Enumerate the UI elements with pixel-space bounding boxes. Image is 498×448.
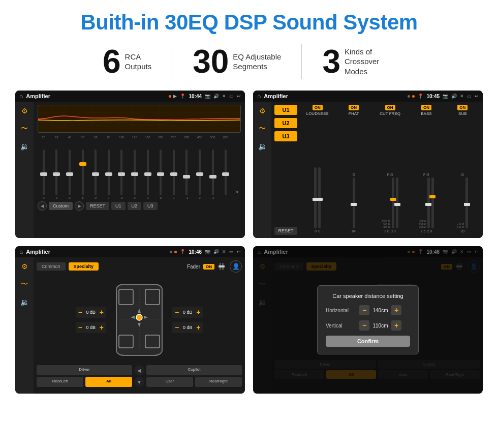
ch-phat-thumb[interactable] bbox=[351, 203, 357, 206]
vol-rl-plus[interactable]: + bbox=[100, 323, 104, 332]
fader-back-icon[interactable]: ↩ bbox=[237, 249, 241, 254]
fader-tune-icon[interactable]: ⚙ bbox=[21, 262, 28, 271]
eq-back-icon[interactable]: ↩ bbox=[237, 94, 241, 99]
ch-cutfreq-thumb-2[interactable] bbox=[394, 203, 400, 206]
eq-track-8[interactable] bbox=[134, 150, 136, 195]
ch-sub-on[interactable]: ON bbox=[457, 105, 468, 110]
eq-thumb-6[interactable] bbox=[105, 172, 112, 176]
eq-track-7[interactable] bbox=[120, 150, 122, 195]
eq-track-10[interactable] bbox=[160, 150, 162, 195]
eq-tune-icon[interactable]: ⚙ bbox=[21, 107, 28, 115]
crossover-u2-btn[interactable]: U2 bbox=[274, 118, 297, 128]
eq-reset-btn[interactable]: RESET bbox=[86, 202, 109, 210]
fader-vol-side-icon[interactable]: 🔉 bbox=[20, 298, 29, 306]
eq-u1-btn[interactable]: U1 bbox=[111, 202, 126, 210]
ch-bass-thumb-1[interactable] bbox=[425, 203, 431, 206]
vol-fl-minus[interactable]: − bbox=[78, 308, 82, 316]
eq-u2-btn[interactable]: U2 bbox=[128, 202, 142, 210]
eq-track-12[interactable] bbox=[185, 150, 188, 195]
ch-sub-track[interactable] bbox=[465, 177, 468, 228]
eq-track-3[interactable] bbox=[69, 150, 71, 195]
crossover-u3-btn[interactable]: U3 bbox=[274, 131, 297, 141]
eq-wave-icon[interactable]: 〜 bbox=[21, 124, 28, 133]
eq-thumb-1[interactable] bbox=[40, 172, 47, 176]
ch-bass-on[interactable]: ON bbox=[421, 105, 431, 110]
ch-cutfreq-thumb-1[interactable] bbox=[390, 198, 396, 201]
dialog-horizontal-plus[interactable]: + bbox=[391, 305, 401, 315]
fader-all-btn[interactable]: All bbox=[85, 377, 132, 387]
eq-thumb-12[interactable] bbox=[183, 175, 190, 178]
eq-track-11[interactable] bbox=[173, 150, 175, 195]
eq-next-btn[interactable]: ▶ bbox=[75, 201, 84, 211]
dialog-vertical-minus[interactable]: − bbox=[359, 320, 369, 331]
fader-home-icon[interactable]: ⌂ bbox=[19, 248, 23, 255]
vol-rl-minus[interactable]: − bbox=[78, 323, 82, 332]
vol-rr-plus[interactable]: + bbox=[196, 323, 200, 332]
eq-thumb-15[interactable] bbox=[222, 172, 229, 176]
eq-thumb-11[interactable] bbox=[170, 172, 177, 176]
vol-fl-plus[interactable]: + bbox=[100, 308, 104, 316]
eq-track-14[interactable] bbox=[212, 150, 214, 195]
eq-prev-btn[interactable]: ◀ bbox=[38, 201, 47, 211]
eq-thumb-4[interactable] bbox=[79, 162, 86, 166]
eq-thumb-3[interactable] bbox=[66, 172, 73, 176]
eq-thumb-10[interactable] bbox=[157, 172, 164, 176]
eq-thumb-2[interactable] bbox=[53, 172, 60, 176]
ch-bass-track-1[interactable] bbox=[427, 177, 430, 228]
eq-thumb-13[interactable] bbox=[196, 172, 203, 176]
eq-expand-btn[interactable]: » bbox=[233, 188, 241, 195]
fader-driver-btn[interactable]: Driver bbox=[37, 365, 132, 375]
fader-tab-specialty[interactable]: Specialty bbox=[69, 262, 99, 271]
vol-rr-minus[interactable]: − bbox=[175, 323, 179, 332]
fader-tab-common[interactable]: Common bbox=[37, 262, 66, 271]
dialog-confirm-btn[interactable]: Confirm bbox=[326, 336, 410, 347]
crossover-u1-btn[interactable]: U1 bbox=[274, 105, 297, 115]
fader-user-icon-btn[interactable]: 👤 bbox=[230, 260, 242, 273]
vol-fr-minus[interactable]: − bbox=[175, 308, 179, 316]
ch-phat-track[interactable] bbox=[353, 177, 355, 228]
eq-home-icon[interactable]: ⌂ bbox=[19, 93, 23, 100]
fader-wave-icon[interactable]: 〜 bbox=[21, 280, 28, 289]
eq-track-15[interactable] bbox=[225, 150, 227, 195]
eq-thumb-5[interactable] bbox=[92, 172, 99, 176]
stat-number-eq: 30 bbox=[193, 45, 229, 78]
fader-on-badge[interactable]: ON bbox=[203, 264, 214, 270]
ch-cutfreq-track-2[interactable] bbox=[396, 177, 398, 228]
eq-u3-btn[interactable]: U3 bbox=[143, 202, 158, 210]
ch-cutfreq-on[interactable]: ON bbox=[385, 105, 395, 110]
fader-user-btn[interactable]: User bbox=[146, 377, 193, 387]
ch-sub-thumb[interactable] bbox=[464, 203, 470, 206]
fader-rearright-btn[interactable]: RearRight bbox=[195, 377, 242, 387]
ch-bass-thumb-2[interactable] bbox=[429, 195, 435, 198]
dialog-horizontal-minus[interactable]: − bbox=[359, 305, 369, 315]
eq-track-13[interactable] bbox=[199, 150, 201, 195]
eq-thumb-7[interactable] bbox=[118, 172, 125, 176]
vol-fr-plus[interactable]: + bbox=[196, 308, 200, 316]
dialog-vertical-plus[interactable]: + bbox=[391, 320, 401, 331]
ch-loudness-on[interactable]: ON bbox=[313, 105, 323, 110]
cross-tune-icon[interactable]: ⚙ bbox=[259, 107, 266, 115]
fader-rearleft-btn[interactable]: RearLeft bbox=[37, 377, 83, 387]
eq-track-2[interactable] bbox=[55, 150, 57, 195]
fader-down-arrow[interactable]: ▼ bbox=[134, 377, 144, 387]
cross-back-icon[interactable]: ↩ bbox=[475, 94, 479, 99]
eq-track-9[interactable] bbox=[147, 150, 149, 195]
ch-phat-on[interactable]: ON bbox=[349, 105, 359, 110]
fader-left-arrow[interactable]: ◀ bbox=[134, 365, 144, 375]
ch-bass-track-2[interactable] bbox=[431, 177, 434, 228]
eq-track-6[interactable] bbox=[108, 150, 110, 195]
eq-track-1[interactable] bbox=[43, 150, 45, 195]
eq-track-4[interactable] bbox=[82, 150, 84, 195]
eq-thumb-8[interactable] bbox=[131, 172, 138, 176]
eq-thumb-14[interactable] bbox=[209, 175, 216, 178]
eq-thumb-9[interactable] bbox=[144, 172, 151, 176]
cross-vol-side-icon[interactable]: 🔉 bbox=[258, 142, 267, 151]
cross-wave-icon[interactable]: 〜 bbox=[259, 124, 266, 133]
ch-loudness-track-2[interactable] bbox=[318, 167, 321, 228]
eq-vol-side-icon[interactable]: 🔉 bbox=[20, 142, 29, 151]
crossover-reset-btn[interactable]: RESET bbox=[274, 227, 297, 235]
crossover-home-icon[interactable]: ⌂ bbox=[257, 93, 261, 100]
eq-track-5[interactable] bbox=[95, 150, 97, 195]
ch-loudness-thumb-2[interactable] bbox=[317, 198, 323, 201]
fader-copilot-btn[interactable]: Copilot bbox=[146, 365, 242, 375]
